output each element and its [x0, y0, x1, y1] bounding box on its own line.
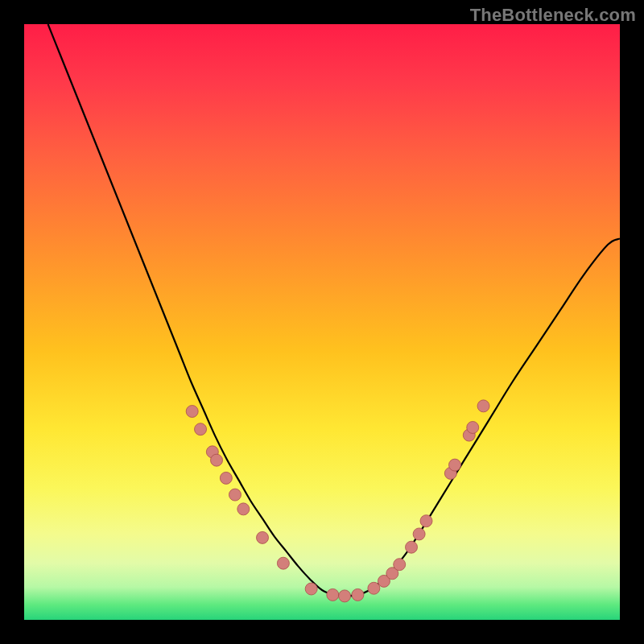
data-dot	[211, 454, 223, 466]
data-dot	[339, 590, 351, 602]
watermark-text: TheBottleneck.com	[470, 5, 636, 26]
bottleneck-curve	[48, 24, 620, 596]
data-dot	[305, 583, 317, 595]
data-dot	[413, 528, 425, 540]
data-dot	[277, 557, 289, 569]
data-dot	[327, 588, 339, 601]
plot-area	[24, 24, 620, 620]
data-dot	[237, 503, 250, 515]
chart-frame: TheBottleneck.com	[0, 0, 644, 644]
data-dot	[220, 472, 232, 484]
data-dot	[477, 400, 489, 412]
data-dot	[420, 515, 432, 527]
data-dot	[406, 541, 418, 553]
data-dot	[186, 406, 198, 418]
data-dot	[352, 588, 364, 601]
data-dots	[186, 400, 489, 602]
data-dot	[195, 423, 207, 436]
data-dot	[449, 459, 461, 471]
data-dot	[229, 489, 241, 501]
chart-overlay	[24, 24, 620, 620]
data-dot	[368, 582, 380, 594]
data-dot	[467, 421, 479, 433]
data-dot	[394, 559, 406, 571]
data-dot	[257, 531, 269, 543]
